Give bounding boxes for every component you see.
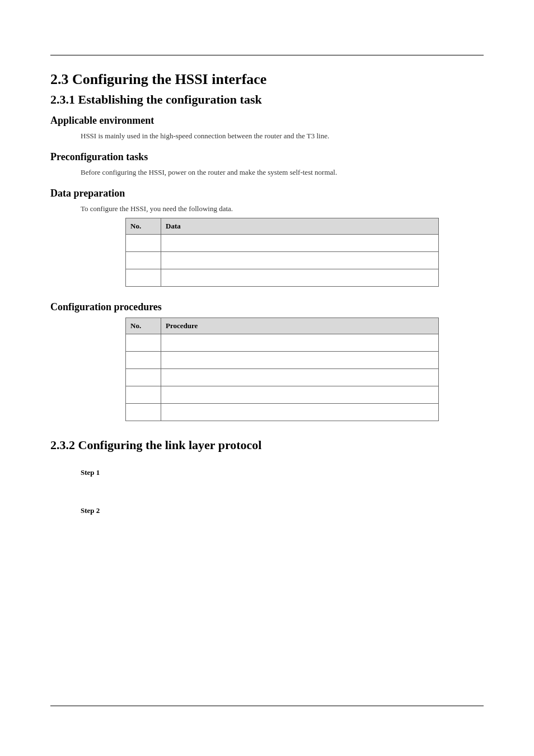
cell-no: 2	[126, 351, 161, 368]
table-header-no: No.	[126, 218, 161, 234]
cell-no: 2	[126, 251, 161, 269]
cell-no: 3	[126, 368, 161, 386]
cell-no: 3	[126, 269, 161, 286]
table-header-procedure: Procedure	[161, 318, 439, 334]
step-2-cmd: interface serial interface-number	[103, 517, 484, 526]
page: Operation Manual - Configuration Guide C…	[0, 0, 534, 756]
topic-applicable-environment: Applicable environment	[50, 115, 484, 127]
topic-configuration-procedures: Configuration procedures	[50, 301, 484, 313]
step-1-text: Run the system-view command to enter the…	[100, 468, 268, 477]
cell-no: 5	[126, 403, 161, 421]
table-row: 2 Configuring the clock mode	[126, 351, 439, 368]
cell-no: 1	[126, 234, 161, 251]
table-row: 2 Clock mode	[126, 251, 439, 269]
cell-data: Clock mode	[161, 251, 439, 269]
preconfiguration-tasks-text: Before configuring the HSSI, power on th…	[81, 167, 484, 178]
subsection-heading-1: 2.3.1 Establishing the configuration tas…	[50, 92, 484, 107]
step-2: Step 2 Run the interface serial command …	[81, 505, 484, 515]
topic-data-preparation: Data preparation	[50, 188, 484, 199]
topic-preconfiguration-tasks: Preconfiguration tasks	[50, 151, 484, 163]
table-row: 1 Configuring the link layer protocol	[126, 334, 439, 351]
header-left: Operation Manual - Configuration Guide	[50, 39, 161, 55]
step-1-cmd: system-view	[103, 479, 484, 488]
data-preparation-table: No. Data 1 Interface number of the HSSI …	[125, 218, 439, 287]
configuration-procedures-table: No. Procedure 1 Configuring the link lay…	[125, 318, 439, 421]
footer-right: 2-7	[475, 708, 484, 717]
header-right: Chapter 2 WAN interface configuration	[377, 39, 484, 55]
table-row: 4 Configuring the MTU	[126, 386, 439, 403]
table-row: 5 Configuring the interface loopback	[126, 403, 439, 421]
cell-data: Loopback mode	[161, 269, 439, 286]
subsection-heading-2: 2.3.2 Configuring the link layer protoco…	[50, 438, 484, 452]
step-2-desc: The serial interface view of the HSSI in…	[103, 528, 484, 536]
table-header-data: Data	[161, 218, 439, 234]
cell-proc: Configuring the clock mode	[161, 351, 439, 368]
table-row: 1 Interface number of the HSSI	[126, 234, 439, 251]
step-2-text: Run the interface serial command to ente…	[100, 506, 279, 515]
cell-proc: Configuring the interface loopback	[161, 403, 439, 421]
table-row: 3 Configuring the CRC	[126, 368, 439, 386]
data-preparation-text: To configure the HSSI, you need the foll…	[81, 204, 484, 214]
table-row: 3 Loopback mode	[126, 269, 439, 286]
step-1-desc: The system view appears.	[103, 489, 484, 498]
cell-no: 4	[126, 386, 161, 403]
cell-data: Interface number of the HSSI	[161, 234, 439, 251]
section-heading: 2.3 Configuring the HSSI interface	[50, 71, 484, 88]
step-2-label: Step 2	[81, 506, 100, 515]
step-1-label: Step 1	[81, 468, 100, 477]
page-footer: Huawei Technologies Proprietary 2-7	[50, 706, 484, 717]
data-preparation-table-wrap: No. Data 1 Interface number of the HSSI …	[125, 218, 484, 287]
table-header-row: No. Data	[126, 218, 439, 234]
step-1: Step 1 Run the system-view command to en…	[81, 467, 484, 477]
table-header-no: No.	[126, 318, 161, 334]
cell-proc: Configuring the link layer protocol	[161, 334, 439, 351]
cell-proc: Configuring the CRC	[161, 368, 439, 386]
page-header: Operation Manual - Configuration Guide C…	[50, 39, 484, 55]
table-header-row: No. Procedure	[126, 318, 439, 334]
footer-left: Huawei Technologies Proprietary	[50, 708, 140, 717]
cell-proc: Configuring the MTU	[161, 386, 439, 403]
applicable-environment-text: HSSI is mainly used in the high-speed co…	[81, 131, 484, 141]
configuration-procedures-table-wrap: No. Procedure 1 Configuring the link lay…	[125, 318, 484, 421]
cell-no: 1	[126, 334, 161, 351]
